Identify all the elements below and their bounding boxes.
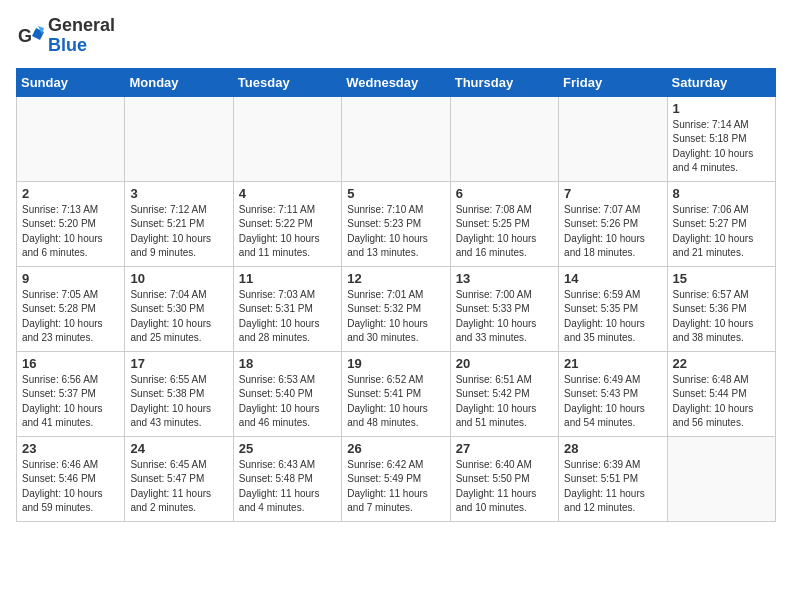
calendar-cell: 15Sunrise: 6:57 AM Sunset: 5:36 PM Dayli… xyxy=(667,266,775,351)
day-header-friday: Friday xyxy=(559,68,667,96)
day-header-wednesday: Wednesday xyxy=(342,68,450,96)
calendar-week-2: 2Sunrise: 7:13 AM Sunset: 5:20 PM Daylig… xyxy=(17,181,776,266)
day-number: 6 xyxy=(456,186,553,201)
logo-icon: G xyxy=(16,22,44,50)
day-number: 18 xyxy=(239,356,336,371)
day-info: Sunrise: 6:43 AM Sunset: 5:48 PM Dayligh… xyxy=(239,458,336,516)
calendar-cell: 8Sunrise: 7:06 AM Sunset: 5:27 PM Daylig… xyxy=(667,181,775,266)
calendar-cell: 3Sunrise: 7:12 AM Sunset: 5:21 PM Daylig… xyxy=(125,181,233,266)
day-number: 20 xyxy=(456,356,553,371)
calendar: SundayMondayTuesdayWednesdayThursdayFrid… xyxy=(16,68,776,522)
day-number: 15 xyxy=(673,271,770,286)
calendar-cell: 4Sunrise: 7:11 AM Sunset: 5:22 PM Daylig… xyxy=(233,181,341,266)
calendar-cell: 19Sunrise: 6:52 AM Sunset: 5:41 PM Dayli… xyxy=(342,351,450,436)
calendar-cell: 20Sunrise: 6:51 AM Sunset: 5:42 PM Dayli… xyxy=(450,351,558,436)
calendar-cell: 14Sunrise: 6:59 AM Sunset: 5:35 PM Dayli… xyxy=(559,266,667,351)
day-number: 5 xyxy=(347,186,444,201)
day-info: Sunrise: 6:39 AM Sunset: 5:51 PM Dayligh… xyxy=(564,458,661,516)
day-number: 12 xyxy=(347,271,444,286)
day-info: Sunrise: 6:59 AM Sunset: 5:35 PM Dayligh… xyxy=(564,288,661,346)
day-info: Sunrise: 7:11 AM Sunset: 5:22 PM Dayligh… xyxy=(239,203,336,261)
calendar-cell xyxy=(667,436,775,521)
day-info: Sunrise: 7:12 AM Sunset: 5:21 PM Dayligh… xyxy=(130,203,227,261)
day-number: 13 xyxy=(456,271,553,286)
day-info: Sunrise: 7:01 AM Sunset: 5:32 PM Dayligh… xyxy=(347,288,444,346)
calendar-cell: 25Sunrise: 6:43 AM Sunset: 5:48 PM Dayli… xyxy=(233,436,341,521)
header: G General Blue xyxy=(16,16,776,56)
calendar-cell: 17Sunrise: 6:55 AM Sunset: 5:38 PM Dayli… xyxy=(125,351,233,436)
day-number: 17 xyxy=(130,356,227,371)
day-info: Sunrise: 6:46 AM Sunset: 5:46 PM Dayligh… xyxy=(22,458,119,516)
day-info: Sunrise: 7:13 AM Sunset: 5:20 PM Dayligh… xyxy=(22,203,119,261)
calendar-cell: 11Sunrise: 7:03 AM Sunset: 5:31 PM Dayli… xyxy=(233,266,341,351)
day-info: Sunrise: 6:49 AM Sunset: 5:43 PM Dayligh… xyxy=(564,373,661,431)
calendar-cell xyxy=(17,96,125,181)
day-info: Sunrise: 7:04 AM Sunset: 5:30 PM Dayligh… xyxy=(130,288,227,346)
day-info: Sunrise: 6:42 AM Sunset: 5:49 PM Dayligh… xyxy=(347,458,444,516)
calendar-cell: 18Sunrise: 6:53 AM Sunset: 5:40 PM Dayli… xyxy=(233,351,341,436)
calendar-cell: 12Sunrise: 7:01 AM Sunset: 5:32 PM Dayli… xyxy=(342,266,450,351)
day-number: 9 xyxy=(22,271,119,286)
calendar-header-row: SundayMondayTuesdayWednesdayThursdayFrid… xyxy=(17,68,776,96)
calendar-cell: 22Sunrise: 6:48 AM Sunset: 5:44 PM Dayli… xyxy=(667,351,775,436)
day-number: 7 xyxy=(564,186,661,201)
calendar-week-4: 16Sunrise: 6:56 AM Sunset: 5:37 PM Dayli… xyxy=(17,351,776,436)
day-number: 28 xyxy=(564,441,661,456)
calendar-cell: 2Sunrise: 7:13 AM Sunset: 5:20 PM Daylig… xyxy=(17,181,125,266)
logo: G General Blue xyxy=(16,16,115,56)
day-number: 14 xyxy=(564,271,661,286)
calendar-cell: 13Sunrise: 7:00 AM Sunset: 5:33 PM Dayli… xyxy=(450,266,558,351)
day-number: 19 xyxy=(347,356,444,371)
day-number: 21 xyxy=(564,356,661,371)
day-number: 27 xyxy=(456,441,553,456)
calendar-cell xyxy=(450,96,558,181)
day-number: 11 xyxy=(239,271,336,286)
day-info: Sunrise: 6:40 AM Sunset: 5:50 PM Dayligh… xyxy=(456,458,553,516)
calendar-cell: 23Sunrise: 6:46 AM Sunset: 5:46 PM Dayli… xyxy=(17,436,125,521)
day-info: Sunrise: 7:00 AM Sunset: 5:33 PM Dayligh… xyxy=(456,288,553,346)
calendar-cell: 16Sunrise: 6:56 AM Sunset: 5:37 PM Dayli… xyxy=(17,351,125,436)
day-info: Sunrise: 7:03 AM Sunset: 5:31 PM Dayligh… xyxy=(239,288,336,346)
day-header-tuesday: Tuesday xyxy=(233,68,341,96)
day-info: Sunrise: 6:57 AM Sunset: 5:36 PM Dayligh… xyxy=(673,288,770,346)
calendar-week-5: 23Sunrise: 6:46 AM Sunset: 5:46 PM Dayli… xyxy=(17,436,776,521)
day-number: 10 xyxy=(130,271,227,286)
day-header-monday: Monday xyxy=(125,68,233,96)
calendar-cell: 28Sunrise: 6:39 AM Sunset: 5:51 PM Dayli… xyxy=(559,436,667,521)
day-info: Sunrise: 7:07 AM Sunset: 5:26 PM Dayligh… xyxy=(564,203,661,261)
calendar-cell xyxy=(559,96,667,181)
day-info: Sunrise: 6:55 AM Sunset: 5:38 PM Dayligh… xyxy=(130,373,227,431)
day-header-saturday: Saturday xyxy=(667,68,775,96)
day-number: 24 xyxy=(130,441,227,456)
day-header-sunday: Sunday xyxy=(17,68,125,96)
day-number: 4 xyxy=(239,186,336,201)
day-info: Sunrise: 7:10 AM Sunset: 5:23 PM Dayligh… xyxy=(347,203,444,261)
day-info: Sunrise: 6:52 AM Sunset: 5:41 PM Dayligh… xyxy=(347,373,444,431)
calendar-cell xyxy=(233,96,341,181)
calendar-week-1: 1Sunrise: 7:14 AM Sunset: 5:18 PM Daylig… xyxy=(17,96,776,181)
calendar-cell: 24Sunrise: 6:45 AM Sunset: 5:47 PM Dayli… xyxy=(125,436,233,521)
calendar-cell xyxy=(125,96,233,181)
svg-text:G: G xyxy=(18,26,32,46)
day-number: 8 xyxy=(673,186,770,201)
calendar-cell: 7Sunrise: 7:07 AM Sunset: 5:26 PM Daylig… xyxy=(559,181,667,266)
day-info: Sunrise: 7:05 AM Sunset: 5:28 PM Dayligh… xyxy=(22,288,119,346)
day-info: Sunrise: 6:51 AM Sunset: 5:42 PM Dayligh… xyxy=(456,373,553,431)
day-info: Sunrise: 6:53 AM Sunset: 5:40 PM Dayligh… xyxy=(239,373,336,431)
calendar-cell: 26Sunrise: 6:42 AM Sunset: 5:49 PM Dayli… xyxy=(342,436,450,521)
day-number: 23 xyxy=(22,441,119,456)
calendar-cell: 10Sunrise: 7:04 AM Sunset: 5:30 PM Dayli… xyxy=(125,266,233,351)
day-number: 2 xyxy=(22,186,119,201)
day-number: 25 xyxy=(239,441,336,456)
calendar-cell: 5Sunrise: 7:10 AM Sunset: 5:23 PM Daylig… xyxy=(342,181,450,266)
calendar-cell: 21Sunrise: 6:49 AM Sunset: 5:43 PM Dayli… xyxy=(559,351,667,436)
day-info: Sunrise: 7:14 AM Sunset: 5:18 PM Dayligh… xyxy=(673,118,770,176)
calendar-cell xyxy=(342,96,450,181)
day-number: 26 xyxy=(347,441,444,456)
day-number: 3 xyxy=(130,186,227,201)
calendar-week-3: 9Sunrise: 7:05 AM Sunset: 5:28 PM Daylig… xyxy=(17,266,776,351)
calendar-cell: 1Sunrise: 7:14 AM Sunset: 5:18 PM Daylig… xyxy=(667,96,775,181)
day-info: Sunrise: 6:48 AM Sunset: 5:44 PM Dayligh… xyxy=(673,373,770,431)
logo-text: General Blue xyxy=(48,16,115,56)
day-number: 22 xyxy=(673,356,770,371)
